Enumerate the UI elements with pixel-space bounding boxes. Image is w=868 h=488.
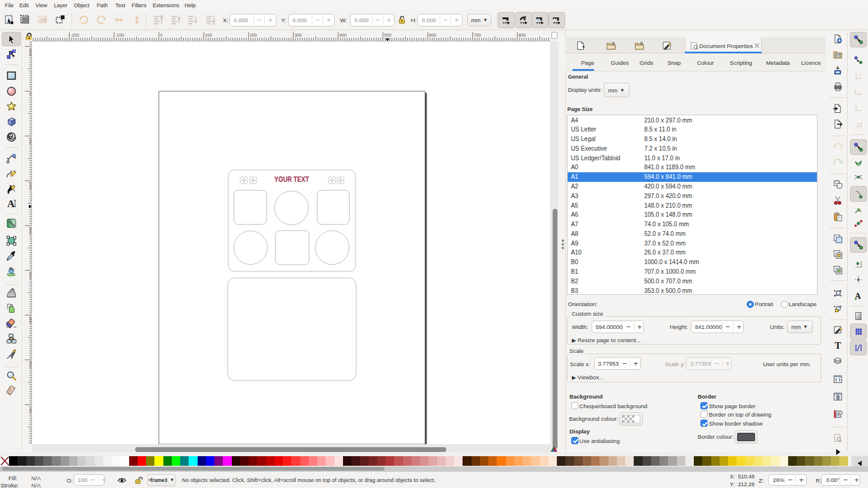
svg-text:500: 500 bbox=[384, 32, 392, 38]
svg-text:100: 100 bbox=[205, 32, 212, 38]
svg-text:A: A bbox=[7, 199, 15, 209]
svg-text:-100: -100 bbox=[115, 32, 124, 38]
svg-text:-200: -200 bbox=[70, 32, 79, 38]
svg-text:400: 400 bbox=[339, 32, 347, 38]
svg-text:0: 0 bbox=[160, 32, 163, 38]
svg-text:600: 600 bbox=[429, 32, 436, 38]
svg-text:YOUR TEXT: YOUR TEXT bbox=[275, 175, 309, 184]
svg-text:300: 300 bbox=[294, 32, 302, 38]
svg-text:T: T bbox=[834, 340, 841, 351]
svg-text:200: 200 bbox=[250, 32, 257, 38]
svg-text:700: 700 bbox=[474, 32, 481, 38]
svg-text:800: 800 bbox=[518, 32, 526, 38]
